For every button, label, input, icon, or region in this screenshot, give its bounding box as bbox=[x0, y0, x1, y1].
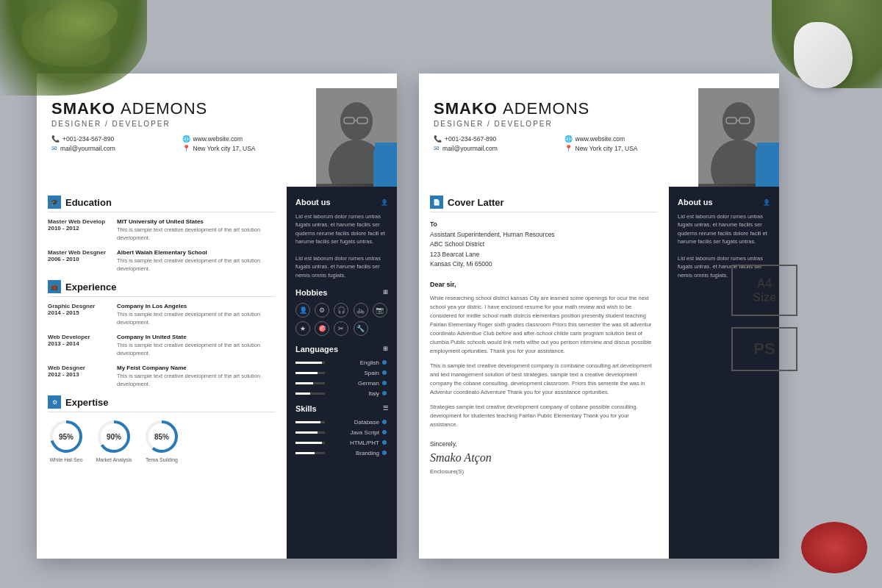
cover-website-text: www.website.com bbox=[576, 135, 625, 143]
email-text: mail@yourmail.com bbox=[60, 145, 115, 152]
cover-section-title: Cover Latter bbox=[448, 197, 504, 208]
lang-dot-1 bbox=[382, 360, 387, 365]
expertise-label-1: White Hat Seo bbox=[49, 457, 82, 462]
photo-svg bbox=[316, 88, 397, 184]
cover-contact-phone: 📞 +001-234-567-890 bbox=[434, 135, 557, 143]
sidebar-skills-title: Skills ☰ bbox=[295, 404, 388, 413]
lang-dot-3 bbox=[382, 381, 387, 385]
cover-location-text: New York city 17, USA bbox=[576, 145, 638, 152]
cover-globe-icon: 🌐 bbox=[564, 135, 573, 143]
edu-desc-2: This is sample text creative development… bbox=[117, 257, 276, 273]
hobby-9: 🔧 bbox=[354, 321, 368, 336]
photo-blue-accent bbox=[373, 150, 397, 187]
lang-name-2: Spain bbox=[328, 370, 379, 376]
skill-item-1: Database bbox=[295, 419, 388, 426]
hobby-7: 🎯 bbox=[315, 321, 329, 336]
education-section-header: 🎓 Education bbox=[48, 196, 276, 212]
cover-phone-icon: 📞 bbox=[434, 135, 442, 143]
languages-title-text: Languages bbox=[295, 345, 338, 354]
hobby-2: ⚙ bbox=[315, 303, 329, 318]
exp-role-1: Graphic Desgner bbox=[48, 303, 114, 309]
exp-desc-2: This is sample text creative development… bbox=[117, 342, 276, 357]
header-name: SMAKO ADEMONS bbox=[51, 99, 305, 118]
cover-para-2: This is sample text creative development… bbox=[430, 362, 658, 397]
skill-name-2: Java Script bbox=[328, 429, 379, 436]
lang-bar-4 bbox=[295, 392, 325, 395]
globe-icon: 🌐 bbox=[182, 135, 190, 143]
badge-a4-line2: Size bbox=[753, 291, 776, 304]
header-info: SMAKO ADEMONS DESIGNER / DEVELOPER 📞 +00… bbox=[37, 88, 316, 187]
website-text: www.website.com bbox=[193, 135, 243, 143]
cover-to-label: To bbox=[430, 220, 437, 228]
edu-role-1: Master Web Develop bbox=[48, 218, 114, 225]
skill-item-2: Java Script bbox=[295, 429, 388, 436]
skills-icon: ☰ bbox=[383, 405, 388, 412]
skill-fill-4 bbox=[295, 452, 315, 454]
cover-recipient: Assistant Superintendent, Human Resource… bbox=[430, 231, 555, 238]
expertise-icon: ⚙ bbox=[48, 395, 61, 409]
lang-item-2: Spain bbox=[295, 370, 388, 376]
edu-school-2: Albert Walah Elementary School bbox=[117, 249, 276, 256]
skill-item-3: HTML/PHT bbox=[295, 440, 388, 446]
resume-body-wrapper: 🎓 Education Master Web Develop 2010 - 20… bbox=[37, 187, 397, 559]
cover-dear: Dear sir, bbox=[430, 281, 658, 288]
cover-sincerely: Sincerely, bbox=[430, 440, 658, 448]
edu-year-2: 2006 - 2010 bbox=[48, 256, 114, 262]
email-icon: ✉ bbox=[51, 145, 57, 152]
skills-title-text: Skills bbox=[295, 404, 317, 413]
lang-item-3: German bbox=[295, 380, 388, 387]
cover-first-name: SMAKO bbox=[434, 99, 498, 118]
phone-text: +001-234-567-890 bbox=[62, 135, 114, 143]
expertise-title: Expertise bbox=[65, 397, 109, 408]
skill-bar-4 bbox=[295, 452, 325, 454]
exp-role-3: Web Desgner bbox=[48, 365, 114, 371]
sidebar-about-title: About us 👤 bbox=[295, 198, 388, 207]
exp-role-2: Web Developer bbox=[48, 334, 114, 340]
lang-item-4: Italy bbox=[295, 390, 388, 397]
exp-item-2: Web Developer 2013 - 2014 Company In Uni… bbox=[48, 334, 276, 357]
cover-last-name: ADEMONS bbox=[503, 99, 589, 118]
lang-fill-3 bbox=[295, 382, 313, 384]
circle-chart-1: 95% bbox=[48, 418, 85, 455]
cover-para-1: While researching school district kansas… bbox=[430, 294, 658, 356]
header-contact: 📞 +001-234-567-890 🌐 www.website.com ✉ m… bbox=[51, 135, 305, 152]
cover-contact-email: ✉ mail@yourmail.com bbox=[434, 145, 557, 152]
contact-email: ✉ mail@yourmail.com bbox=[51, 145, 175, 152]
lang-bar-3 bbox=[295, 382, 325, 384]
cover-contact-location: 📍 New York city 17, USA bbox=[564, 145, 688, 152]
skill-dot-3 bbox=[382, 440, 387, 445]
cover-photo-blue-accent bbox=[756, 150, 779, 187]
expertise-item-1: 95% White Hat Seo bbox=[48, 418, 85, 462]
cover-card: SMAKO ADEMONS DESIGNER / DEVELOPER 📞 +00… bbox=[419, 74, 779, 559]
lang-bar-1 bbox=[295, 362, 325, 364]
header-photo bbox=[316, 88, 397, 187]
cover-city: Kansas City, Mi 65000 bbox=[430, 260, 492, 268]
skill-bar-1 bbox=[295, 421, 325, 423]
hobby-6: ★ bbox=[295, 321, 310, 336]
cover-about-title-text: About us bbox=[678, 198, 713, 207]
expertise-label-2: Market Analysis bbox=[96, 457, 132, 462]
svg-text:85%: 85% bbox=[154, 433, 169, 441]
cover-about-text-1: Lid est laborum dolor rumes untras fugat… bbox=[678, 212, 770, 245]
experience-icon: 💼 bbox=[48, 280, 61, 293]
skill-bar-3 bbox=[295, 442, 325, 444]
skill-name-1: Database bbox=[328, 419, 379, 426]
edu-item-2: Master Web Desgner 2006 - 2010 Albert Wa… bbox=[48, 249, 276, 273]
exp-year-2: 2013 - 2014 bbox=[48, 340, 114, 347]
resume-sidebar: About us 👤 Lid est laborum dolor rumes u… bbox=[287, 187, 397, 559]
hobby-1: 👤 bbox=[295, 303, 310, 318]
cover-section-header: 📄 Cover Latter bbox=[430, 196, 658, 212]
location-text: New York city 17, USA bbox=[193, 145, 256, 152]
cover-header-photo bbox=[698, 88, 779, 187]
cover-contact-website: 🌐 www.website.com bbox=[564, 135, 688, 143]
languages-list: English Spain German bbox=[295, 359, 388, 397]
location-icon: 📍 bbox=[182, 145, 190, 152]
cover-about-icon: 👤 bbox=[763, 199, 770, 206]
cover-location-icon: 📍 bbox=[564, 145, 573, 152]
cover-address: 123 Bearcat Lane bbox=[430, 251, 479, 258]
badge-ps-label: PS bbox=[753, 340, 775, 359]
lang-name-1: English bbox=[328, 359, 379, 366]
exp-desc-3: This is sample text creative development… bbox=[117, 373, 276, 388]
education-icon: 🎓 bbox=[48, 196, 61, 209]
exp-year-3: 2012 - 2013 bbox=[48, 371, 114, 378]
